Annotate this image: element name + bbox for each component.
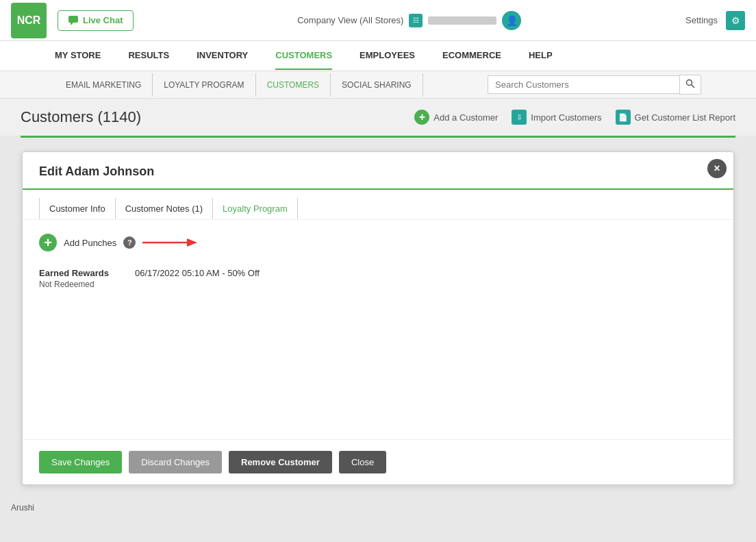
svg-rect-0 bbox=[68, 16, 78, 23]
modal-title: Edit Adam Johnson bbox=[39, 164, 717, 179]
close-button[interactable]: Close bbox=[339, 451, 386, 473]
nav-results[interactable]: RESULTS bbox=[128, 42, 169, 70]
report-icon: 📄 bbox=[616, 110, 631, 125]
modal-close-button[interactable]: × bbox=[707, 159, 727, 178]
earned-rewards-label: Earned Rewards bbox=[39, 268, 121, 278]
page-actions: + Add a Customer ⇩ Import Customers 📄 Ge… bbox=[414, 110, 735, 125]
import-icon: ⇩ bbox=[512, 110, 527, 125]
add-punches-row: + Add Punches ? bbox=[39, 234, 717, 251]
add-customer-icon: + bbox=[414, 110, 429, 125]
modal-footer: Save Changes Discard Changes Remove Cust… bbox=[23, 439, 733, 484]
nav-my-store[interactable]: MY STORE bbox=[55, 42, 101, 70]
modal-header: Edit Adam Johnson bbox=[23, 152, 733, 190]
search-input[interactable] bbox=[488, 75, 679, 94]
nav-customers[interactable]: CUSTOMERS bbox=[275, 42, 332, 70]
tab-loyalty-program[interactable]: Loyalty Program bbox=[213, 198, 298, 219]
earned-rewards-info: Earned Rewards Not Redeemed bbox=[39, 268, 121, 289]
modal-tabs: Customer Info Customer Notes (1) Loyalty… bbox=[23, 190, 733, 220]
company-view: Company View (All Stores) ☷ 👤 bbox=[134, 11, 686, 30]
chat-icon bbox=[68, 15, 79, 26]
edit-customer-modal: Edit Adam Johnson × Customer Info Custom… bbox=[22, 151, 734, 485]
gear-icon[interactable]: ⚙ bbox=[726, 11, 745, 30]
settings-label[interactable]: Settings bbox=[685, 15, 718, 25]
footer-user: Arushi bbox=[11, 503, 34, 513]
page-footer: Arushi bbox=[0, 499, 756, 517]
search-area bbox=[488, 75, 701, 95]
svg-marker-1 bbox=[71, 23, 73, 25]
add-punches-label: Add Punches bbox=[64, 238, 116, 248]
search-icon bbox=[685, 79, 695, 88]
sub-nav-loyalty-program[interactable]: LOYALTY PROGRAM bbox=[153, 73, 255, 97]
ncr-logo: NCR bbox=[11, 3, 47, 38]
nav-ecommerce[interactable]: ECOMMERCE bbox=[442, 42, 501, 70]
main-nav: MY STORE RESULTS INVENTORY CUSTOMERS EMP… bbox=[0, 41, 756, 71]
tab-customer-notes[interactable]: Customer Notes (1) bbox=[116, 198, 213, 219]
earned-rewards-section: Earned Rewards Not Redeemed 06/17/2022 0… bbox=[39, 268, 717, 289]
page-title: Customers (1140) bbox=[21, 108, 141, 126]
arrow-indicator bbox=[142, 236, 197, 249]
content-area: Edit Adam Johnson × Customer Info Custom… bbox=[0, 138, 756, 499]
svg-line-3 bbox=[692, 85, 695, 88]
discard-changes-button[interactable]: Discard Changes bbox=[129, 451, 222, 473]
page-header: Customers (1140) + Add a Customer ⇩ Impo… bbox=[0, 99, 756, 136]
sub-nav: EMAIL MARKETING LOYALTY PROGRAM CUSTOMER… bbox=[0, 71, 756, 99]
top-bar: NCR Live Chat Company View (All Stores) … bbox=[0, 0, 756, 41]
help-icon[interactable]: ? bbox=[123, 236, 136, 249]
company-view-label: Company View (All Stores) bbox=[297, 15, 403, 25]
get-report-label: Get Customer List Report bbox=[635, 112, 735, 123]
live-chat-button[interactable]: Live Chat bbox=[58, 10, 134, 31]
live-chat-label: Live Chat bbox=[83, 15, 123, 25]
add-customer-label: Add a Customer bbox=[433, 112, 498, 123]
svg-point-2 bbox=[687, 80, 692, 86]
import-customers-label: Import Customers bbox=[531, 112, 601, 123]
nav-employees[interactable]: EMPLOYEES bbox=[360, 42, 415, 70]
tab-customer-info[interactable]: Customer Info bbox=[39, 198, 116, 219]
store-icon: ☷ bbox=[409, 14, 423, 27]
top-bar-right: Settings ⚙ bbox=[685, 11, 745, 30]
nav-inventory[interactable]: INVENTORY bbox=[197, 42, 248, 70]
modal-body: + Add Punches ? Earned Rewards Not Redee… bbox=[23, 220, 733, 439]
save-changes-button[interactable]: Save Changes bbox=[39, 451, 122, 473]
add-customer-action[interactable]: + Add a Customer bbox=[414, 110, 498, 125]
reward-detail: 06/17/2022 05:10 AM - 50% Off bbox=[135, 268, 260, 278]
sub-nav-customers[interactable]: CUSTOMERS bbox=[256, 73, 331, 97]
import-customers-action[interactable]: ⇩ Import Customers bbox=[512, 110, 601, 125]
sub-nav-social-sharing[interactable]: SOCIAL SHARING bbox=[331, 73, 423, 97]
avatar-icon: 👤 bbox=[502, 11, 521, 30]
sub-nav-email-marketing[interactable]: EMAIL MARKETING bbox=[55, 73, 153, 97]
red-arrow bbox=[142, 236, 197, 249]
ncr-logo-text: NCR bbox=[17, 14, 41, 27]
add-punches-button[interactable]: + bbox=[39, 234, 57, 251]
nav-help[interactable]: HELP bbox=[529, 42, 553, 70]
not-redeemed-label: Not Redeemed bbox=[39, 280, 121, 289]
user-name-blurred bbox=[428, 16, 496, 25]
get-report-action[interactable]: 📄 Get Customer List Report bbox=[616, 110, 735, 125]
svg-marker-5 bbox=[187, 238, 197, 247]
remove-customer-button[interactable]: Remove Customer bbox=[229, 451, 332, 473]
search-button[interactable] bbox=[679, 75, 701, 95]
